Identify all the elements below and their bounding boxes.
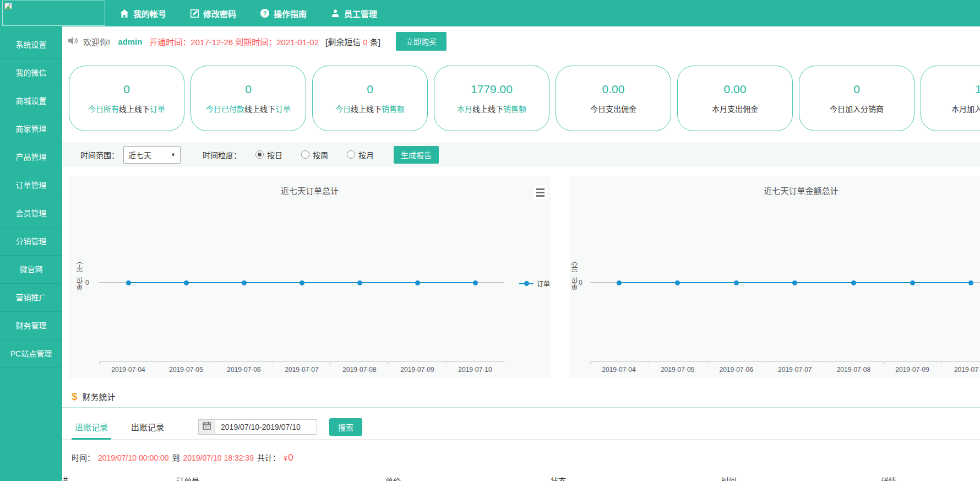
stat-label: 今日已付款线上线下订单 bbox=[206, 103, 291, 114]
nav-change-password[interactable]: 修改密码 bbox=[190, 8, 236, 19]
x-axis-date-label: 2019-07-10 bbox=[946, 366, 980, 374]
x-axis-line bbox=[99, 361, 504, 362]
data-point bbox=[675, 280, 680, 285]
stat-card-1: 0今日所有线上线下订单 bbox=[69, 66, 184, 131]
radio-label: 按月 bbox=[358, 149, 374, 160]
sidebar-item-1[interactable]: 系统设置 bbox=[0, 31, 62, 59]
radio-circle[interactable] bbox=[347, 150, 355, 159]
radio-按月[interactable]: 按月 bbox=[347, 149, 374, 160]
stat-label: 今日所有线上线下订单 bbox=[88, 103, 165, 114]
radio-circle[interactable] bbox=[255, 150, 264, 159]
buy-now-button[interactable]: 立即购买 bbox=[396, 32, 447, 51]
broken-image-icon bbox=[4, 3, 12, 9]
x-axis-tick bbox=[215, 361, 215, 364]
menu-bar bbox=[536, 192, 545, 193]
date-range-input[interactable] bbox=[215, 419, 317, 435]
stat-value: 1779.00 bbox=[471, 83, 513, 96]
data-point bbox=[473, 280, 478, 285]
chart-menu-icon[interactable] bbox=[533, 186, 547, 199]
question-icon: ? bbox=[260, 9, 269, 18]
legend-dot bbox=[524, 281, 529, 286]
chevron-down-icon: ▼ bbox=[171, 152, 176, 158]
sidebar-item-3[interactable]: 商城设置 bbox=[0, 87, 62, 115]
x-axis-tick bbox=[766, 361, 766, 364]
x-axis-date-label: 2019-07-04 bbox=[104, 366, 153, 374]
sidebar-item-9[interactable]: 微官网 bbox=[0, 256, 62, 284]
data-point bbox=[792, 280, 797, 285]
generate-report-button[interactable]: 生成报告 bbox=[394, 146, 439, 164]
nav-label: 操作指南 bbox=[274, 8, 307, 19]
stat-card-3: 0今日线上线下销售额 bbox=[312, 66, 428, 131]
x-axis-date-label: 2019-07-07 bbox=[770, 366, 820, 374]
orders-chart-panel: 近七天订单总计单位（个）02019-07-042019-07-052019-07… bbox=[69, 176, 551, 379]
stat-label-segment: 订单 bbox=[150, 105, 165, 114]
stat-card-4: 1779.00本月线上线下销售额 bbox=[434, 66, 549, 131]
stat-label: 本月线上线下销售额 bbox=[457, 103, 526, 114]
summary-label: 时间： bbox=[72, 452, 95, 463]
sidebar-item-8[interactable]: 分销管理 bbox=[0, 228, 62, 256]
x-axis-date-label: 2019-07-07 bbox=[277, 366, 326, 374]
x-axis-tick bbox=[330, 361, 331, 364]
radio-label: 按日 bbox=[267, 149, 282, 160]
welcome-greeting: 欢迎你! bbox=[83, 36, 110, 47]
welcome-username: admin bbox=[118, 37, 142, 46]
radio-按周[interactable]: 按周 bbox=[301, 149, 328, 160]
staff-icon bbox=[331, 9, 340, 18]
finance-summary: 时间： 2019/07/10 00:00:00 到 2019/07/10 18:… bbox=[72, 452, 297, 463]
x-axis-tick bbox=[883, 361, 884, 364]
stat-label-segment: 本月 bbox=[457, 105, 472, 114]
stat-label-segment: 今日已付款 bbox=[206, 105, 244, 114]
stat-value: 0 bbox=[853, 83, 860, 96]
range-select-value: 近七天 bbox=[128, 149, 151, 160]
radio-circle[interactable] bbox=[301, 150, 309, 159]
finance-section-title: 财务统计 bbox=[83, 391, 116, 402]
stat-label-segment: 线上线下 bbox=[351, 105, 382, 114]
radio-label: 按周 bbox=[313, 149, 328, 160]
finance-tabs-row: 进账记录 出账记录 搜索 bbox=[62, 414, 980, 440]
stat-card-6: 0.00本月支出佣金 bbox=[677, 66, 793, 131]
nav-my-account[interactable]: 我的帐号 bbox=[120, 8, 166, 19]
data-point bbox=[734, 280, 739, 285]
nav-staff[interactable]: 员工管理 bbox=[331, 8, 377, 19]
x-axis-date-label: 2019-07-09 bbox=[888, 366, 937, 374]
sidebar-item-4[interactable]: 商家管理 bbox=[0, 115, 62, 143]
y-axis-tick-label: 0 bbox=[579, 279, 582, 287]
svg-text:?: ? bbox=[263, 10, 267, 17]
range-select[interactable]: 近七天 ▼ bbox=[123, 146, 181, 164]
x-axis-date-label: 2019-07-04 bbox=[594, 366, 644, 374]
stat-label-segment: 今日 bbox=[335, 105, 351, 114]
sidebar-item-11[interactable]: 财务管理 bbox=[0, 312, 62, 340]
x-axis-tick bbox=[388, 361, 389, 364]
nav-guide[interactable]: ? 操作指南 bbox=[260, 8, 307, 19]
stat-label-segment: 本月加入分销商 bbox=[951, 105, 980, 114]
calendar-button[interactable] bbox=[198, 419, 215, 435]
stat-value: 0.00 bbox=[724, 83, 747, 96]
sidebar-item-6[interactable]: 订单管理 bbox=[0, 171, 62, 199]
sidebar-item-12[interactable]: PC站点管理 bbox=[0, 340, 62, 368]
stat-value: 0 bbox=[123, 83, 130, 96]
sidebar-item-5[interactable]: 产品管理 bbox=[0, 143, 62, 171]
tab-income-records[interactable]: 进账记录 bbox=[72, 414, 111, 439]
stat-label-segment: 线上线下 bbox=[119, 105, 150, 114]
stat-value: 0.00 bbox=[602, 83, 625, 96]
nav-label: 修改密码 bbox=[203, 8, 236, 19]
sidebar-item-2[interactable]: 我的微信 bbox=[0, 59, 62, 87]
table-header-5: 时间 bbox=[721, 475, 737, 481]
search-button[interactable]: 搜索 bbox=[329, 418, 362, 436]
chart-legend[interactable]: 订单 bbox=[519, 279, 550, 288]
chart-title: 近七天订单总计 bbox=[69, 185, 551, 196]
x-axis-date-label: 2019-07-10 bbox=[450, 366, 500, 374]
data-point bbox=[184, 280, 189, 285]
stat-value: 0 bbox=[367, 83, 373, 96]
menu-bar bbox=[536, 188, 545, 190]
summary-total-value: 0 bbox=[288, 452, 293, 463]
tab-outgoing-records[interactable]: 出账记录 bbox=[128, 414, 167, 439]
sidebar-item-7[interactable]: 会员管理 bbox=[0, 199, 62, 228]
top-header: 我的帐号 修改密码 ? 操作指南 员工管理 bbox=[0, 0, 980, 26]
stat-label-segment: 销售额 bbox=[503, 105, 526, 114]
radio-按日[interactable]: 按日 bbox=[255, 149, 282, 160]
menu-bar bbox=[536, 195, 545, 197]
sidebar-item-10[interactable]: 营销推广 bbox=[0, 284, 62, 312]
order-amount-chart-panel: 近七天订单金额总计单位（元）02019-07-042019-07-052019-… bbox=[570, 176, 980, 379]
logo bbox=[2, 1, 105, 26]
